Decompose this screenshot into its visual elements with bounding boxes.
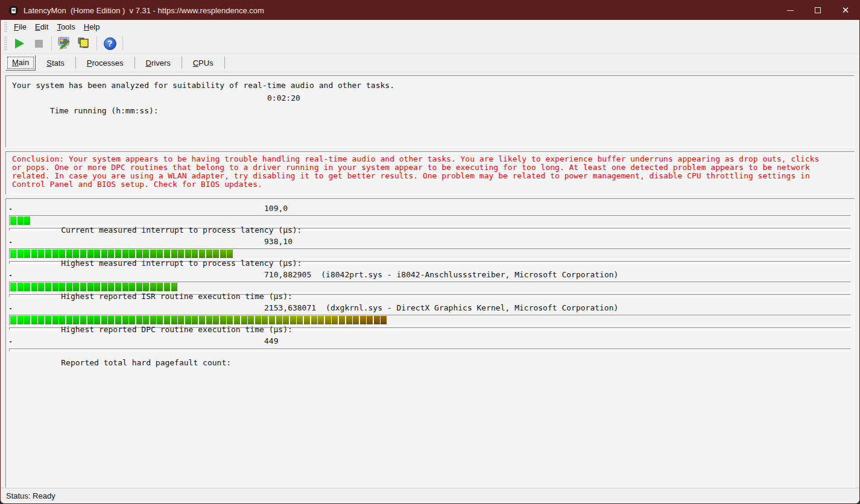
led-segment (87, 250, 93, 258)
led-segment (94, 250, 100, 258)
led-segment (304, 316, 310, 324)
metric-row-highest-latency: Highest measured interrupt to process la… (9, 236, 851, 264)
tab-drivers[interactable]: Drivers (139, 56, 178, 71)
led-segment (192, 250, 198, 258)
gripper-handle[interactable] (4, 37, 7, 50)
gripper-handle[interactable] (4, 22, 7, 32)
led-segment (129, 250, 135, 258)
led-segment (73, 250, 79, 258)
menu-file[interactable]: File (10, 21, 31, 33)
options-button[interactable] (55, 36, 74, 51)
conclusion-text: Conclusion: Your system appears to be ha… (12, 155, 831, 189)
metric-label: Reported total hard pagefault count: (61, 358, 231, 367)
metrics-box: Current measured interrupt to process la… (5, 198, 855, 488)
tab-separator (182, 57, 182, 69)
time-running-row: Time running (h:mm:ss): 0:02:20 (12, 92, 848, 142)
led-segment (59, 250, 65, 258)
tab-processes[interactable]: Processes (80, 56, 131, 71)
menu-tools[interactable]: Tools (52, 21, 79, 33)
stop-monitor-button[interactable] (30, 36, 48, 51)
led-segment (143, 283, 149, 291)
toolbar-separator (51, 36, 52, 51)
led-segment (101, 250, 107, 258)
metric-value-group: 938,10 (264, 236, 302, 247)
led-segment (262, 316, 268, 324)
led-segment (339, 316, 345, 324)
led-segment (150, 250, 156, 258)
metric-label: Current measured interrupt to process la… (61, 225, 302, 235)
time-running-value: 0:02:20 (267, 92, 300, 104)
maximize-button[interactable] (804, 1, 832, 20)
tab-cpus[interactable]: CPUs (186, 56, 221, 71)
metric-row-pagefault-count: Reported total hard pagefault count: 449 (9, 336, 851, 351)
led-segment (171, 316, 177, 324)
start-monitor-button[interactable] (10, 36, 28, 51)
metric-value-group: 449 (264, 336, 288, 347)
analysis-line: Your system has been analyzed for suitab… (12, 79, 848, 92)
copy-report-icon (76, 36, 92, 51)
tab-stats[interactable]: Stats (39, 56, 72, 71)
minimize-button[interactable] (776, 1, 804, 20)
led-segment (374, 316, 380, 324)
menu-edit[interactable]: Edit (31, 21, 52, 33)
led-segment (157, 316, 163, 324)
led-segment (101, 283, 107, 291)
led-segment (227, 316, 233, 324)
led-segment (213, 250, 219, 258)
led-segment (87, 316, 93, 324)
led-segment (171, 283, 177, 291)
metric-row-isr-time: Highest reported ISR routine execution t… (9, 269, 851, 297)
led-segment (234, 316, 240, 324)
toolbar-separator (122, 36, 123, 51)
led-segment (157, 250, 163, 258)
led-segment (164, 316, 170, 324)
copy-report-button[interactable] (75, 36, 93, 51)
led-segment (108, 283, 114, 291)
help-button[interactable]: ? (101, 36, 119, 51)
bullet-icon (10, 308, 11, 309)
menu-help[interactable]: Help (80, 21, 104, 33)
led-segment (367, 316, 373, 324)
conclusion-box: Conclusion: Your system appears to be ha… (5, 151, 855, 195)
led-segment (325, 316, 331, 324)
app-window: LatencyMon (Home Edition ) v 7.31 - http… (0, 0, 860, 504)
close-button[interactable]: ✕ (832, 1, 859, 20)
led-segment (136, 283, 142, 291)
led-segment (192, 316, 198, 324)
metric-label: Highest reported DPC routine execution t… (61, 325, 292, 334)
tab-main[interactable]: Main (5, 55, 36, 71)
led-segment (122, 316, 128, 324)
window-title: LatencyMon (Home Edition ) v 7.31 - http… (24, 6, 264, 15)
metric-value: 710,882905 (264, 270, 311, 279)
time-running-label: Time running (h:mm:ss): (50, 106, 159, 115)
bullet-icon (10, 209, 11, 210)
app-icon (8, 5, 19, 16)
led-segment (318, 316, 324, 324)
led-segment (248, 316, 254, 324)
led-segment (129, 283, 135, 291)
led-segment (87, 283, 93, 291)
led-segment (66, 316, 72, 324)
led-segment (178, 316, 184, 324)
led-segment (150, 316, 156, 324)
led-segment (129, 316, 135, 324)
status-bar: Status: Ready (1, 488, 859, 503)
metric-label: Highest reported ISR routine execution t… (61, 292, 292, 301)
metric-value: 2153,638071 (264, 303, 316, 312)
led-segment (311, 316, 317, 324)
led-segment (171, 250, 177, 258)
tab-bar: Main Stats Processes Drivers CPUs (1, 54, 859, 72)
menu-bar: File Edit Tools Help (1, 20, 859, 34)
led-segment (94, 316, 100, 324)
minimize-icon (787, 10, 794, 11)
metric-row-current-latency: Current measured interrupt to process la… (9, 203, 851, 231)
led-segment (206, 250, 212, 258)
bullet-icon (10, 341, 11, 342)
play-icon (15, 39, 24, 48)
metric-row-dpc-time: Highest reported DPC routine execution t… (9, 303, 851, 330)
led-segment (80, 283, 86, 291)
led-segment (94, 283, 100, 291)
led-segment (122, 250, 128, 258)
led-segment (143, 250, 149, 258)
led-segment (66, 250, 72, 258)
